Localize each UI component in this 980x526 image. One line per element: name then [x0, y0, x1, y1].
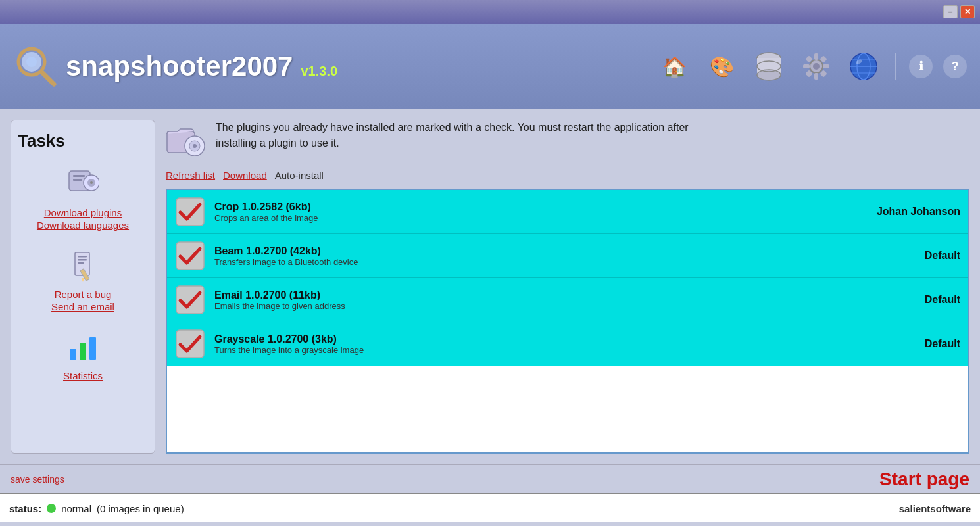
plugin-icon-beam: [175, 241, 205, 271]
header-divider: [895, 53, 896, 80]
plugin-icon-grayscale: [175, 329, 205, 359]
plugin-beam-desc: Transfers image to a Bluetooth device: [214, 257, 916, 267]
svg-rect-13: [823, 64, 829, 68]
plugin-crop-desc: Crops an area of the image: [214, 213, 868, 223]
status-brand: salientsoftware: [899, 503, 971, 514]
plugin-item-grayscale[interactable]: Grayscale 1.0.2700 (3kb) Turns the image…: [167, 322, 968, 366]
plugin-grayscale-desc: Turns the image into a grayscale image: [214, 345, 916, 355]
titlebar: – ✕: [0, 0, 980, 24]
plugin-item-grayscale-info: Grayscale 1.0.2700 (3kb) Turns the image…: [214, 333, 916, 355]
close-button[interactable]: ✕: [960, 5, 975, 18]
svg-rect-11: [814, 73, 818, 80]
svg-rect-31: [78, 256, 87, 258]
svg-rect-38: [89, 337, 96, 360]
svg-point-9: [813, 63, 820, 70]
plugin-area: The plugins you already have installed a…: [166, 120, 969, 454]
plugins-icon: [66, 164, 99, 203]
status-label: status:: [9, 503, 41, 514]
svg-rect-33: [78, 262, 84, 264]
status-text: normal: [61, 503, 91, 514]
header-icons: 🏠 🎨: [656, 48, 967, 85]
sidebar-title: Tasks: [18, 131, 65, 151]
start-page-label[interactable]: Start page: [879, 469, 969, 490]
plugin-item-email-info: Email 1.0.2700 (11kb) Emails the image t…: [214, 289, 916, 311]
app-version: v1.3.0: [301, 64, 337, 79]
plugin-item-crop-info: Crop 1.0.2582 (6kb) Crops an area of the…: [214, 201, 868, 223]
plugin-list[interactable]: Crop 1.0.2582 (6kb) Crops an area of the…: [167, 190, 968, 452]
plugin-toolbar: Refresh list Download Auto-install: [166, 168, 969, 182]
send-email-link[interactable]: Send an email: [51, 301, 114, 312]
plugin-header-icon: [166, 120, 205, 162]
report-bug-link[interactable]: Report a bug: [55, 289, 112, 300]
plugin-grayscale-author: Default: [925, 338, 960, 350]
sidebar-section-support: Report a bug Send an email: [18, 247, 148, 312]
plugin-email-desc: Emails the image to given address: [214, 301, 916, 311]
svg-rect-10: [814, 53, 818, 60]
svg-rect-12: [803, 64, 810, 68]
refresh-list-button[interactable]: Refresh list: [166, 170, 215, 181]
save-settings-link[interactable]: save settings: [11, 474, 64, 485]
database-icon[interactable]: [750, 48, 787, 85]
download-button[interactable]: Download: [223, 170, 267, 181]
plugin-beam-author: Default: [925, 250, 960, 262]
app-title-group: snapshooter 2007 v1.3.0: [66, 51, 337, 82]
globe-icon[interactable]: [845, 48, 882, 85]
svg-rect-36: [70, 349, 76, 360]
download-languages-link[interactable]: Download languages: [37, 220, 129, 231]
header: snapshooter 2007 v1.3.0 🏠 🎨: [0, 24, 980, 109]
gear-icon[interactable]: [798, 48, 835, 85]
statistics-icon: [66, 331, 99, 366]
help-icon[interactable]: ?: [943, 55, 967, 78]
main-content: Tasks Download plugins Download language…: [0, 109, 980, 464]
footer-bar: save settings Start page: [0, 464, 980, 493]
bug-report-icon: [70, 249, 96, 285]
status-queue: (0 images in queue): [97, 503, 184, 514]
svg-rect-29: [73, 179, 82, 181]
download-plugins-link[interactable]: Download plugins: [44, 207, 122, 218]
plugin-item-email[interactable]: Email 1.0.2700 (11kb) Emails the image t…: [167, 278, 968, 322]
svg-point-3: [26, 57, 37, 67]
svg-line-2: [41, 72, 54, 84]
sidebar: Tasks Download plugins Download language…: [11, 120, 155, 454]
svg-point-42: [193, 144, 197, 148]
svg-point-27: [90, 181, 93, 184]
paint-icon[interactable]: 🎨: [703, 48, 740, 85]
plugin-item-crop[interactable]: Crop 1.0.2582 (6kb) Crops an area of the…: [167, 190, 968, 234]
home-icon[interactable]: 🏠: [656, 48, 693, 85]
svg-rect-32: [78, 259, 87, 261]
plugin-crop-name: Crop 1.0.2582 (6kb): [214, 201, 868, 213]
brand-name: salient: [899, 503, 931, 514]
statistics-link[interactable]: Statistics: [63, 370, 103, 381]
logo-magnifier-icon: [13, 43, 59, 89]
svg-marker-35: [82, 278, 84, 282]
plugin-email-name: Email 1.0.2700 (11kb): [214, 289, 916, 301]
plugin-header-text: The plugins you already have installed a…: [216, 120, 729, 151]
svg-rect-37: [80, 343, 86, 360]
plugin-list-container: Crop 1.0.2582 (6kb) Crops an area of the…: [166, 189, 969, 454]
app-name: snapshooter: [66, 51, 232, 82]
sidebar-section-stats: Statistics: [18, 328, 148, 381]
plugin-item-beam[interactable]: Beam 1.0.2700 (42kb) Transfers image to …: [167, 234, 968, 278]
status-bar: status: normal (0 images in queue) salie…: [0, 493, 980, 522]
autoinstall-text: Auto-install: [275, 170, 324, 181]
plugin-header: The plugins you already have installed a…: [166, 120, 969, 162]
brand-suffix: software: [930, 503, 971, 514]
plugin-grayscale-name: Grayscale 1.0.2700 (3kb): [214, 333, 916, 345]
sidebar-section-downloads: Download plugins Download languages: [18, 162, 148, 231]
minimize-button[interactable]: –: [943, 5, 958, 18]
status-left: status: normal (0 images in queue): [9, 503, 184, 514]
status-indicator: [47, 504, 56, 513]
app-year: 2007: [232, 51, 293, 82]
plugin-item-beam-info: Beam 1.0.2700 (42kb) Transfers image to …: [214, 245, 916, 267]
plugin-beam-name: Beam 1.0.2700 (42kb): [214, 245, 916, 257]
app-logo: snapshooter 2007 v1.3.0: [13, 43, 337, 89]
plugin-icon-crop: [175, 197, 205, 227]
svg-rect-28: [73, 175, 85, 177]
plugin-crop-author: Johan Johanson: [877, 206, 960, 218]
info-icon[interactable]: ℹ: [909, 55, 933, 78]
plugin-icon-email: [175, 285, 205, 315]
plugin-email-author: Default: [925, 294, 960, 306]
